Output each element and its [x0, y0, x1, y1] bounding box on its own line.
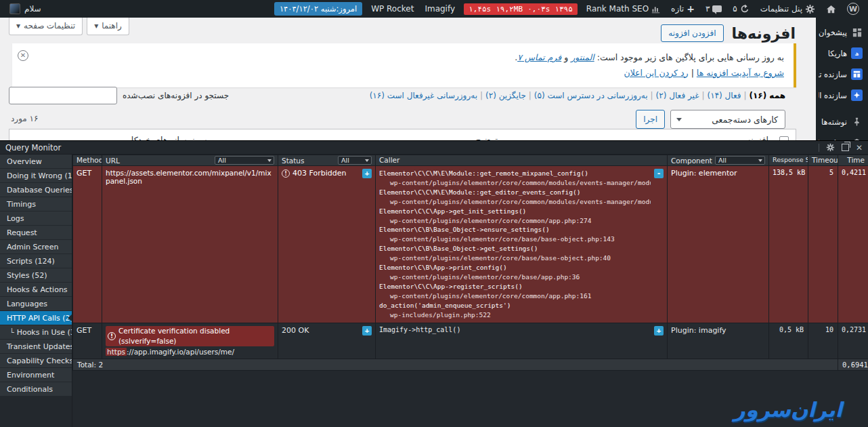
help-button[interactable]: راهنما ▾ [87, 18, 129, 35]
trace-function: Elementor\C\B\App->print_config() [379, 263, 651, 272]
new-content-menu[interactable]: + تازه [666, 0, 699, 18]
qm-tab-conditionals[interactable]: Conditionals [0, 382, 72, 396]
qm-close-button[interactable]: ✕ [856, 143, 863, 152]
filter-link-0[interactable]: همه (۱۶) [750, 91, 785, 100]
qm-tab-request[interactable]: Request [0, 226, 72, 240]
cf7-update-link[interactable]: فرم تماس ۷ [517, 52, 561, 62]
site-home-link[interactable] [821, 0, 841, 18]
filter-separator: | [699, 91, 707, 100]
elementor-update-link[interactable]: المنتور [571, 52, 594, 62]
rank-math-icon [651, 5, 660, 14]
qm-settings-button[interactable] [826, 143, 835, 152]
filter-link-2[interactable]: غیر فعال (۲) [656, 91, 699, 100]
col-status-label: Status [282, 157, 304, 165]
trace-file: wp-content/plugins/elementor/core/common… [379, 291, 651, 301]
template-builder-icon [851, 68, 863, 80]
screen-options-button[interactable]: تنظیمات صفحه ▾ [9, 18, 83, 35]
col-url[interactable]: URL All [102, 155, 278, 166]
col-component-label: Component [671, 157, 712, 165]
qm-tab-styles-52[interactable]: Styles (52) [0, 268, 72, 283]
qm-titlebar[interactable]: Query Monitor ✕ [0, 141, 868, 155]
sidebar-item-posts-pin[interactable]: نوشته‌ها [816, 111, 868, 132]
update-notice: به روز رسانی هایی برای پلاگین های زیر مو… [12, 43, 796, 87]
trace-file: wp-content/plugins/elementor/core/base/a… [379, 272, 651, 282]
qm-tab-logs[interactable]: Logs [0, 211, 72, 226]
trace-file: wp-content/plugins/elementor/core/common… [379, 197, 651, 207]
status-expand-toggle[interactable]: + [362, 169, 372, 178]
comments-menu[interactable]: ۳ [701, 0, 726, 18]
ssl-warning-text: Certificate verification disabled (sslve… [118, 326, 271, 346]
col-time[interactable]: Time [838, 155, 868, 166]
chevron-down-icon: ▾ [94, 21, 98, 30]
page-title: افزونه‌ها [732, 25, 796, 42]
sidebar-item-label: سازنده تمپلیت [819, 70, 847, 79]
status-expand-toggle[interactable]: + [362, 326, 372, 336]
qm-tab-label: Request [7, 228, 37, 237]
col-status[interactable]: Status All [278, 155, 376, 166]
date-badge-item[interactable]: امروز:شنبه ۱۴۰۴/۱۲/۰۲ [272, 0, 365, 18]
search-label: جستجو در افزونه‌های نصب‌شده [123, 91, 229, 100]
component-filter-select[interactable]: All [715, 156, 765, 165]
bulk-actions-select[interactable]: کارهای دسته‌جمعی [670, 110, 785, 129]
qm-title: Query Monitor [5, 143, 61, 152]
table-header-row: Method URL All Status All Caller [73, 155, 868, 166]
sidebar-item-dashboard[interactable]: پیشخوان [816, 22, 868, 43]
sidebar-item-harika[interactable]: ھهاریکا [816, 43, 868, 64]
sidebar-item-label: نوشته‌ها [821, 117, 847, 127]
qm-tab-label: Environment [7, 371, 54, 380]
qm-tab-scripts-124[interactable]: Scripts (124) [0, 254, 72, 268]
qm-tab-capability-checks[interactable]: Capability Checks [0, 354, 72, 368]
filter-link-1[interactable]: فعال (۱۴) [708, 91, 741, 100]
dismiss-notice-link[interactable]: رد کردن این اعلان [624, 68, 688, 78]
add-plugin-button[interactable]: افزودن افزونه [661, 24, 723, 42]
query-monitor-menu[interactable]: ۱,۴۵s ۱۹,۲MB ۰,۰۳s ۱۳۹۵ [461, 0, 580, 18]
filter-link-3[interactable]: به‌روزرسانی در دسترس است (۵) [534, 91, 648, 100]
filter-link-5[interactable]: به‌روزرسانی غیرفعال است (۱۶) [370, 91, 477, 100]
filter-link-4[interactable]: جایگزین (۲) [485, 91, 526, 100]
qm-tab-label: Transient Updates (1) [7, 342, 72, 351]
qm-tab-timings[interactable]: Timings [0, 197, 72, 211]
qm-popout-button[interactable] [842, 144, 849, 151]
search-input[interactable] [9, 87, 117, 104]
sidebar-item-element-builder[interactable]: سازنده المان [816, 85, 868, 106]
qm-tab-http-api-calls-2[interactable]: HTTP API Calls (2) [0, 311, 72, 325]
qm-tab-hooks-in-use-3[interactable]: └Hooks in Use (3) [0, 325, 72, 340]
imagify-menu[interactable]: Imagify [420, 0, 460, 18]
sidebar-item-label: هاریکا [828, 49, 847, 58]
chevron-down-icon [267, 159, 272, 162]
qm-tab-transient-updates-1[interactable]: Transient Updates (1) [0, 340, 72, 354]
qm-tab-languages[interactable]: Languages [0, 297, 72, 311]
caller-cell: Elementor\C\C\M\E\Module::get_remote_mix… [376, 166, 668, 323]
status-filter-select[interactable]: All [338, 156, 372, 165]
http-api-calls-table: Method URL All Status All Caller [72, 155, 868, 371]
apply-button[interactable]: اجرا [636, 110, 665, 129]
query-monitor-badge: ۱,۴۵s ۱۹,۲MB ۰,۰۳s ۱۳۹۵ [464, 3, 578, 15]
qm-http-api-calls-panel: Method URL All Status All Caller [72, 155, 868, 427]
updates-menu[interactable]: ۵ [728, 0, 754, 18]
ssl-warning-chip: ! Certificate verification disabled (ssl… [106, 326, 274, 346]
wp-rocket-menu[interactable]: WP Rocket [366, 0, 418, 18]
col-component[interactable]: Component All [668, 155, 769, 166]
qm-tab-database-queries[interactable]: Database Queries [0, 183, 72, 197]
url-filter-select[interactable]: All [215, 156, 274, 165]
settings-panel-menu[interactable]: پنل تنظیمات [756, 0, 820, 18]
wordpress-logo-menu[interactable]: W [842, 0, 864, 18]
col-timeout[interactable]: Timeout [808, 155, 838, 166]
settings-panel-label: پنل تنظیمات [760, 4, 802, 14]
qm-tab-admin-screen[interactable]: Admin Screen [0, 240, 72, 254]
col-caller[interactable]: Caller [376, 155, 668, 166]
col-response-size[interactable]: Response Size [769, 155, 808, 166]
account-menu[interactable]: سلام [4, 3, 47, 14]
col-method[interactable]: Method [73, 155, 102, 166]
sidebar-item-template-builder[interactable]: سازنده تمپلیت [816, 64, 868, 85]
caller-collapse-toggle[interactable]: - [654, 169, 664, 178]
qm-tab-hooks-actions[interactable]: Hooks & Actions [0, 283, 72, 297]
notice-text: به روز رسانی هایی برای پلاگین های زیر مو… [594, 52, 784, 62]
qm-tab-environment[interactable]: Environment [0, 368, 72, 382]
dismiss-notice-button[interactable]: ✕ [18, 50, 28, 61]
caller-expand-toggle[interactable]: + [654, 326, 664, 336]
qm-tab-doing-it-wrong-1[interactable]: Doing it Wrong (1) [0, 169, 72, 183]
qm-tab-overview[interactable]: Overview [0, 155, 72, 169]
rank-math-menu[interactable]: Rank Math SEO [582, 0, 665, 18]
start-updates-link[interactable]: شروع به آپدیت افزونه ها [697, 68, 784, 78]
